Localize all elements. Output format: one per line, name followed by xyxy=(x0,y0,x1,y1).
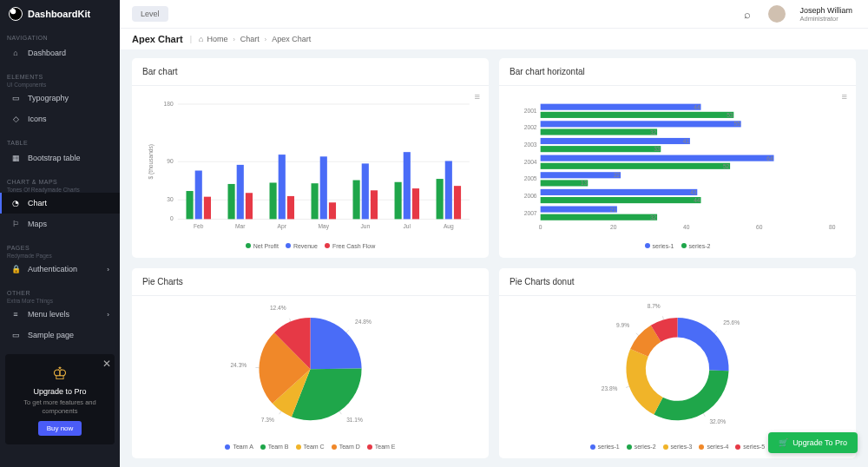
svg-text:$ (thousands): $ (thousands) xyxy=(148,144,155,179)
logo-icon xyxy=(9,7,23,21)
nav-header-elements: ELEMENTS xyxy=(7,70,113,82)
svg-rect-45 xyxy=(541,128,657,135)
svg-rect-14 xyxy=(246,193,253,219)
svg-text:32: 32 xyxy=(650,129,657,135)
pie-icon: ◔ xyxy=(10,198,21,208)
svg-rect-22 xyxy=(329,202,336,219)
logo[interactable]: DashboardKit xyxy=(0,0,120,28)
svg-rect-17 xyxy=(279,155,286,219)
svg-rect-8 xyxy=(186,191,193,219)
search-icon[interactable]: ⌕ xyxy=(744,8,751,21)
sidebar-item-menu-levels[interactable]: ≡Menu levels› xyxy=(7,304,113,325)
card-donut: Pie Charts donut 25.6%32.0%23.8%9.9%8.7%… xyxy=(499,268,856,458)
sidebar-item-sample[interactable]: ▭Sample page xyxy=(7,325,113,345)
sidebar-item-maps[interactable]: ⚐Maps xyxy=(7,214,113,234)
card-bar-chart: Bar chart ≡ 03090180FebMarAprMayJunJulAu… xyxy=(132,58,489,258)
chevron-right-icon: › xyxy=(233,36,234,43)
svg-rect-34 xyxy=(454,186,461,219)
card-body: 24.8%31.1%7.3%24.3%12.4% Team ATeam BTea… xyxy=(132,296,489,458)
svg-rect-65 xyxy=(541,197,701,203)
sidebar-item-label: Chart xyxy=(28,199,47,207)
svg-rect-33 xyxy=(445,161,452,219)
menu-icon[interactable]: ≡ xyxy=(475,91,480,102)
sidebar-item-typography[interactable]: ▭Typography xyxy=(7,88,113,109)
upgrade-title: Upgrade to Pro xyxy=(12,387,108,396)
close-icon[interactable]: ✕ xyxy=(102,358,111,370)
svg-rect-10 xyxy=(204,197,211,220)
svg-rect-30 xyxy=(412,188,419,219)
svg-text:2006: 2006 xyxy=(524,193,537,199)
svg-text:7.3%: 7.3% xyxy=(261,416,274,422)
svg-text:2007: 2007 xyxy=(524,210,537,216)
chevron-right-icon: › xyxy=(107,266,109,273)
svg-text:44: 44 xyxy=(694,104,700,110)
svg-text:32.0%: 32.0% xyxy=(709,418,726,424)
nav-header-other: OTHER xyxy=(7,286,113,298)
sidebar-item-auth[interactable]: 🔒Authentication› xyxy=(7,259,113,280)
upgrade-desc: To get more features and components xyxy=(12,398,108,416)
card-title: Bar chart xyxy=(132,58,489,86)
sidebar-item-bootstrap-table[interactable]: ▦Bootstrap table xyxy=(7,148,113,168)
sidebar-item-icons[interactable]: ◇Icons xyxy=(7,109,113,129)
svg-line-78 xyxy=(346,330,349,332)
svg-text:24.8%: 24.8% xyxy=(355,319,372,325)
svg-rect-21 xyxy=(320,156,327,219)
svg-rect-50 xyxy=(541,146,661,152)
svg-rect-55 xyxy=(541,163,730,169)
crown-icon: ♔ xyxy=(12,363,108,384)
svg-text:23.8%: 23.8% xyxy=(602,385,618,391)
card-body: ≡ 20014453200255322003413320046452200522… xyxy=(499,86,856,258)
svg-line-82 xyxy=(279,411,281,413)
legend: Team ATeam BTeam CTeam DTeam E xyxy=(142,444,478,450)
svg-rect-32 xyxy=(437,179,444,219)
svg-text:52: 52 xyxy=(723,163,730,169)
gem-icon: ◇ xyxy=(10,114,21,124)
user-block[interactable]: Joseph William Administrator xyxy=(799,6,852,23)
upgrade-pro-button[interactable]: 🛒 Upgrade To Pro xyxy=(768,432,858,453)
buy-now-button[interactable]: Buy now xyxy=(38,421,82,436)
svg-text:60: 60 xyxy=(756,224,763,230)
svg-text:0: 0 xyxy=(539,224,542,230)
svg-text:180: 180 xyxy=(164,101,174,107)
sidebar-item-chart[interactable]: ◔Chart xyxy=(0,193,120,214)
sidebar-item-dashboard[interactable]: ⌂Dashboard xyxy=(7,43,113,63)
divider: | xyxy=(190,35,192,43)
svg-text:31.1%: 31.1% xyxy=(346,416,363,422)
upgrade-card: ✕ ♔ Upgrade to Pro To get more features … xyxy=(5,354,115,444)
sidebar-item-label: Bootstrap table xyxy=(28,154,81,162)
level-button[interactable]: Level xyxy=(132,6,168,22)
legend: series-1series-2 xyxy=(510,243,845,249)
crumb-home[interactable]: ⌂Home xyxy=(199,35,227,43)
menu-icon[interactable]: ≡ xyxy=(842,91,847,102)
nav-header-pages: PAGES xyxy=(7,241,113,253)
svg-text:8.7%: 8.7% xyxy=(648,303,661,309)
svg-rect-28 xyxy=(395,182,402,220)
svg-text:2005: 2005 xyxy=(524,175,537,181)
svg-text:2002: 2002 xyxy=(524,124,537,130)
crumb-chart[interactable]: Chart xyxy=(240,35,260,43)
home-icon: ⌂ xyxy=(199,35,203,43)
barh-chart-svg: 2001445320025532200341332004645220052213… xyxy=(510,93,845,240)
nav-subheader: UI Components xyxy=(7,82,113,88)
page-title: Apex Chart xyxy=(132,34,183,44)
svg-text:2001: 2001 xyxy=(524,108,537,114)
svg-text:May: May xyxy=(319,223,330,230)
float-btn-label: Upgrade To Pro xyxy=(792,438,847,447)
svg-rect-29 xyxy=(404,152,411,219)
svg-rect-40 xyxy=(541,112,734,118)
briefcase-icon: ▭ xyxy=(10,93,21,103)
avatar[interactable] xyxy=(768,5,786,23)
map-icon: ⚐ xyxy=(10,219,21,229)
svg-rect-68 xyxy=(541,206,617,212)
svg-text:43: 43 xyxy=(690,189,697,195)
topbar: Level ⌕ Joseph William Administrator xyxy=(120,0,868,28)
nav-subheader: Tones Of Readymade Charts xyxy=(7,187,113,193)
svg-text:9.9%: 9.9% xyxy=(616,322,629,328)
svg-text:21: 21 xyxy=(610,207,617,213)
svg-text:55: 55 xyxy=(734,121,741,127)
svg-rect-12 xyxy=(227,184,234,219)
card-title: Pie Charts donut xyxy=(499,268,856,296)
nav-subheader: Extra More Things xyxy=(7,298,113,304)
svg-text:Jul: Jul xyxy=(404,223,411,229)
table-icon: ▦ xyxy=(10,153,21,163)
